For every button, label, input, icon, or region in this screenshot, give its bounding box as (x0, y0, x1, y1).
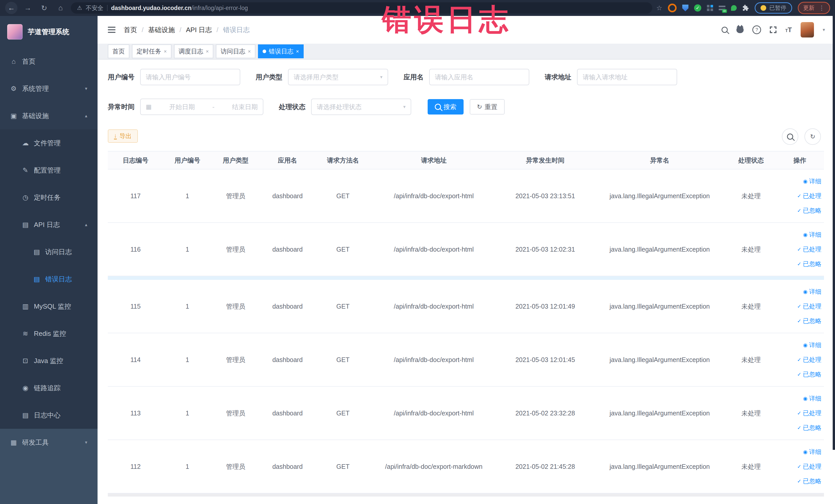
mark-ignored-link[interactable]: ✓已忽略 (797, 370, 821, 379)
breadcrumb-item[interactable]: API 日志 (186, 25, 212, 35)
kebab-menu-icon[interactable]: ⋮ (819, 4, 825, 12)
font-size-icon[interactable]: TT (785, 26, 792, 34)
sidebar-item-redis[interactable]: ≋Redis 监控 (0, 320, 98, 347)
search-icon[interactable] (721, 27, 728, 33)
home-icon[interactable]: ⌂ (55, 2, 67, 14)
reload-icon[interactable]: ↻ (38, 2, 50, 14)
table-scrollbar-track[interactable] (108, 493, 824, 497)
refresh-button[interactable]: ↻ (805, 128, 821, 145)
fullscreen-icon[interactable] (770, 26, 776, 33)
sidebar-item-home[interactable]: ⌂首页 (0, 48, 98, 75)
process-status-select[interactable]: 请选择处理状态▾ (311, 99, 411, 115)
extension-green-check-icon[interactable]: ✓ (694, 4, 701, 12)
forward-icon[interactable]: → (22, 2, 34, 14)
mark-ignored-link[interactable]: ✓已忽略 (797, 477, 821, 485)
sidebar-item-job[interactable]: ◷定时任务 (0, 184, 98, 211)
sidebar-item-system[interactable]: ⚙系统管理▾ (0, 75, 98, 102)
search-toggle-button[interactable] (782, 128, 798, 145)
mark-processed-link[interactable]: ✓已处理 (797, 356, 821, 364)
sidebar-item-mysql[interactable]: ▥MySQL 监控 (0, 293, 98, 320)
browser-update-button[interactable]: 更新 ⋮ (798, 2, 830, 14)
export-button[interactable]: ↓ 导出 (108, 129, 138, 143)
tab-访问日志[interactable]: 访问日志× (216, 44, 256, 58)
close-icon[interactable]: × (296, 48, 299, 55)
extension-shield-icon[interactable] (682, 5, 688, 11)
url-text[interactable]: dashboard.yudao.iocoder.cn/infra/log/api… (111, 5, 248, 12)
breadcrumb-item[interactable]: 首页 (124, 25, 137, 35)
detail-link[interactable]: ◉详细 (803, 448, 821, 456)
detail-link[interactable]: ◉详细 (803, 341, 821, 349)
reset-button[interactable]: ↻重置 (470, 99, 505, 115)
mark-processed-link[interactable]: ✓已处理 (797, 245, 821, 254)
cell-user_id: 1 (163, 223, 211, 276)
sidebar-menu-bottom: ▦研发工具▾ (0, 429, 98, 504)
address-bar[interactable]: ⚠ 不安全 dashboard.yudao.iocoder.cn/infra/l… (71, 2, 652, 14)
mark-ignored-link[interactable]: ✓已忽略 (797, 424, 821, 432)
breadcrumb-item[interactable]: 基础设施 (148, 25, 175, 35)
user-id-input[interactable]: 请输入用户编号 (140, 69, 240, 85)
tab-调度日志[interactable]: 调度日志× (174, 44, 213, 58)
tab-定时任务[interactable]: 定时任务× (132, 44, 171, 58)
avatar[interactable] (801, 22, 814, 38)
sidebar-item-label: API 日志 (34, 220, 60, 229)
mark-ignored-link[interactable]: ✓已忽略 (797, 206, 821, 215)
extensions-puzzle-icon[interactable] (742, 5, 749, 11)
tab-首页[interactable]: 首页 (108, 44, 129, 58)
search-button[interactable]: 搜索 (428, 99, 464, 115)
table-row[interactable]: 1171管理员dashboardGET/api/infra/db-doc/exp… (108, 169, 824, 223)
extension-on-badge-icon[interactable] (719, 6, 726, 10)
sidebar-item-java[interactable]: ⊡Java 监控 (0, 347, 98, 374)
logo-row[interactable]: 芋道管理系统 (0, 16, 98, 48)
extension-leaf-icon[interactable] (731, 5, 737, 11)
close-icon[interactable]: × (248, 48, 251, 55)
table-row[interactable]: 1161管理员dashboardGET/api/infra/db-doc/exp… (108, 223, 824, 276)
cell-user_id: 1 (163, 169, 211, 222)
close-icon[interactable]: × (164, 48, 167, 55)
page-scrollbar[interactable] (833, 16, 835, 504)
help-icon[interactable]: ? (752, 25, 761, 34)
scrollbar-thumb[interactable] (833, 16, 835, 450)
sidebar-item-access-log[interactable]: ▤访问日志 (0, 238, 98, 265)
sidebar-item-error-log[interactable]: ▤错误日志 (0, 265, 98, 293)
cell-id: 113 (108, 387, 163, 440)
back-icon[interactable]: ← (5, 2, 18, 14)
tab-label: 定时任务 (137, 47, 161, 56)
request-url-input[interactable]: 请输入请求地址 (577, 69, 677, 85)
mark-processed-link[interactable]: ✓已处理 (797, 192, 821, 200)
app-name-input[interactable]: 请输入应用名 (429, 69, 529, 85)
table-row[interactable]: 1141管理员dashboardGET/api/infra/db-doc/exp… (108, 333, 824, 387)
bookmark-star-icon[interactable]: ☆ (656, 4, 662, 12)
close-icon[interactable]: × (206, 48, 209, 55)
sidebar-item-log-center[interactable]: ▤日志中心 (0, 402, 98, 429)
mark-processed-link[interactable]: ✓已处理 (797, 462, 821, 471)
sidebar-item-file[interactable]: ☁文件管理 (0, 129, 98, 157)
op-label: 详细 (809, 177, 821, 185)
sidebar-item-dev-tools[interactable]: ▦研发工具▾ (0, 429, 98, 456)
user-type-select[interactable]: 请选择用户类型▾ (288, 69, 388, 85)
detail-link[interactable]: ◉详细 (803, 177, 821, 185)
github-icon[interactable] (736, 26, 744, 33)
sidebar-item-api-log[interactable]: ▤API 日志▴ (0, 211, 98, 238)
exception-time-daterange[interactable]: ▦开始日期-结束日期 (140, 99, 263, 115)
tab-错误日志[interactable]: 错误日志× (258, 44, 304, 58)
detail-link[interactable]: ◉详细 (803, 287, 821, 296)
profile-paused-pill[interactable]: 已暂停 (755, 2, 792, 14)
detail-link[interactable]: ◉详细 (803, 230, 821, 239)
detail-link[interactable]: ◉详细 (803, 395, 821, 403)
mark-ignored-link[interactable]: ✓已忽略 (797, 260, 821, 268)
mark-ignored-link[interactable]: ✓已忽略 (797, 317, 821, 325)
table-row[interactable]: 1121管理员dashboardGET/api/infra/db-doc/exp… (108, 440, 824, 493)
chevron-down-icon[interactable]: ▾ (823, 27, 825, 33)
security-label[interactable]: 不安全 (86, 4, 103, 12)
hamburger-icon[interactable] (108, 27, 116, 33)
mark-processed-link[interactable]: ✓已处理 (797, 302, 821, 310)
mark-processed-link[interactable]: ✓已处理 (797, 409, 821, 417)
sidebar-item-config[interactable]: ✎配置管理 (0, 157, 98, 184)
table-row[interactable]: 1131管理员dashboardGET/api/infra/db-doc/exp… (108, 387, 824, 440)
extension-orange-ring-icon[interactable] (668, 4, 677, 12)
extension-grid-icon[interactable] (707, 5, 713, 11)
sidebar-item-infra[interactable]: ▣基础设施▴ (0, 102, 98, 129)
cell-method: GET (315, 223, 371, 276)
table-row[interactable]: 1151管理员dashboardGET/api/infra/db-doc/exp… (108, 280, 824, 333)
sidebar-item-trace[interactable]: ◉链路追踪 (0, 374, 98, 402)
